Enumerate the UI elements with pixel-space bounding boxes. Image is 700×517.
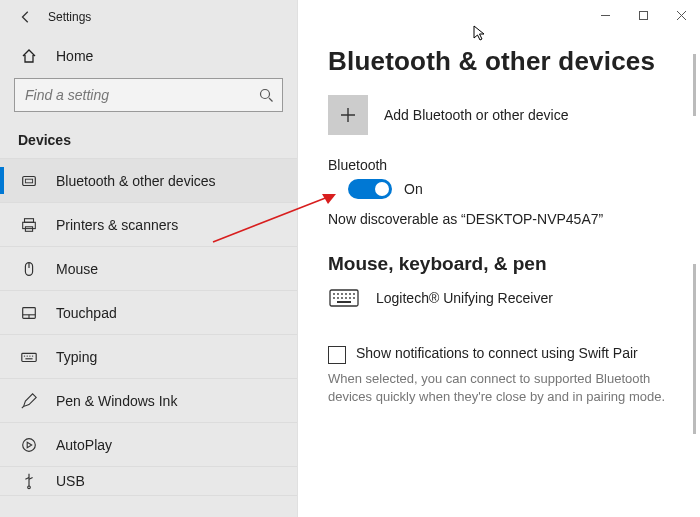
nav-list: Bluetooth & other devices Printers & sca… bbox=[0, 158, 297, 496]
sidebar-item-typing[interactable]: Typing bbox=[0, 334, 297, 378]
window-title: Settings bbox=[48, 10, 91, 24]
usb-icon bbox=[18, 472, 40, 490]
arrow-left-icon bbox=[19, 10, 33, 24]
close-button[interactable] bbox=[662, 0, 700, 30]
svg-point-26 bbox=[333, 297, 335, 299]
page-title: Bluetooth & other devices bbox=[328, 46, 670, 77]
svg-point-17 bbox=[23, 438, 36, 451]
sidebar-item-autoplay[interactable]: AutoPlay bbox=[0, 422, 297, 466]
home-link[interactable]: Home bbox=[0, 34, 297, 78]
svg-point-25 bbox=[353, 293, 355, 295]
sidebar-item-label: AutoPlay bbox=[56, 437, 112, 453]
typing-icon bbox=[18, 348, 40, 366]
minimize-button[interactable] bbox=[586, 0, 624, 30]
sidebar-item-label: Bluetooth & other devices bbox=[56, 173, 216, 189]
svg-rect-32 bbox=[337, 301, 351, 303]
svg-point-24 bbox=[349, 293, 351, 295]
svg-rect-11 bbox=[22, 353, 36, 361]
sidebar-item-bluetooth[interactable]: Bluetooth & other devices bbox=[0, 158, 297, 202]
sidebar-item-label: Mouse bbox=[56, 261, 98, 277]
svg-point-14 bbox=[29, 355, 30, 356]
settings-window: Settings Home Devices Bluetooth & ot bbox=[0, 0, 700, 517]
swift-pair-label: Show notifications to connect using Swif… bbox=[356, 345, 638, 361]
touchpad-icon bbox=[18, 304, 40, 322]
svg-rect-33 bbox=[639, 11, 647, 19]
swift-pair-description: When selected, you can connect to suppor… bbox=[328, 370, 670, 406]
plus-icon bbox=[339, 106, 357, 124]
svg-point-13 bbox=[26, 355, 27, 356]
device-item[interactable]: Logitech® Unifying Receiver bbox=[328, 287, 670, 309]
keyboard-icon bbox=[328, 287, 360, 309]
sidebar-item-pen[interactable]: Pen & Windows Ink bbox=[0, 378, 297, 422]
plus-box bbox=[328, 95, 368, 135]
scrollbar[interactable] bbox=[693, 264, 696, 434]
sidebar-item-mouse[interactable]: Mouse bbox=[0, 246, 297, 290]
content-pane: Bluetooth & other devices Add Bluetooth … bbox=[298, 0, 700, 517]
add-device-button[interactable]: Add Bluetooth or other device bbox=[328, 95, 670, 135]
svg-point-22 bbox=[341, 293, 343, 295]
titlebar-left: Settings bbox=[0, 0, 297, 34]
svg-point-20 bbox=[333, 293, 335, 295]
sidebar-item-printers[interactable]: Printers & scanners bbox=[0, 202, 297, 246]
sidebar-item-usb[interactable]: USB bbox=[0, 466, 297, 496]
svg-rect-4 bbox=[23, 222, 36, 228]
svg-point-0 bbox=[261, 90, 270, 99]
bluetooth-icon bbox=[18, 172, 40, 190]
mouse-icon bbox=[18, 260, 40, 278]
close-icon bbox=[676, 10, 687, 21]
sidebar-item-label: Typing bbox=[56, 349, 97, 365]
sidebar-item-label: Printers & scanners bbox=[56, 217, 178, 233]
minimize-icon bbox=[600, 10, 611, 21]
home-icon bbox=[18, 48, 40, 64]
search-input[interactable] bbox=[15, 87, 282, 103]
svg-point-23 bbox=[345, 293, 347, 295]
swift-pair-checkbox[interactable] bbox=[328, 346, 346, 364]
autoplay-icon bbox=[18, 436, 40, 454]
sidebar-item-label: Touchpad bbox=[56, 305, 117, 321]
svg-point-18 bbox=[28, 486, 31, 489]
discoverable-text: Now discoverable as “DESKTOP-NVP45A7” bbox=[328, 211, 670, 227]
sidebar: Settings Home Devices Bluetooth & ot bbox=[0, 0, 298, 517]
group-title: Mouse, keyboard, & pen bbox=[328, 253, 670, 275]
search-box[interactable] bbox=[14, 78, 283, 112]
swift-pair-row: Show notifications to connect using Swif… bbox=[328, 345, 670, 364]
svg-point-30 bbox=[349, 297, 351, 299]
device-name: Logitech® Unifying Receiver bbox=[376, 290, 553, 306]
scrollbar[interactable] bbox=[693, 54, 696, 116]
section-title: Devices bbox=[0, 118, 297, 158]
printer-icon bbox=[18, 216, 40, 234]
window-controls bbox=[586, 0, 700, 30]
maximize-icon bbox=[638, 10, 649, 21]
toggle-state: On bbox=[404, 181, 423, 197]
sidebar-item-label: USB bbox=[56, 473, 85, 489]
toggle-row: On bbox=[348, 179, 670, 199]
back-button[interactable] bbox=[12, 3, 40, 31]
search-wrap bbox=[0, 78, 297, 118]
sidebar-item-label: Pen & Windows Ink bbox=[56, 393, 177, 409]
svg-point-15 bbox=[32, 355, 33, 356]
svg-point-28 bbox=[341, 297, 343, 299]
bluetooth-label: Bluetooth bbox=[328, 157, 670, 173]
svg-rect-1 bbox=[23, 176, 36, 185]
add-device-label: Add Bluetooth or other device bbox=[384, 107, 568, 123]
svg-point-21 bbox=[337, 293, 339, 295]
search-icon bbox=[258, 87, 274, 103]
sidebar-item-touchpad[interactable]: Touchpad bbox=[0, 290, 297, 334]
svg-point-27 bbox=[337, 297, 339, 299]
svg-point-29 bbox=[345, 297, 347, 299]
home-label: Home bbox=[56, 48, 93, 64]
svg-point-31 bbox=[353, 297, 355, 299]
pen-icon bbox=[18, 392, 40, 410]
svg-point-12 bbox=[24, 355, 25, 356]
maximize-button[interactable] bbox=[624, 0, 662, 30]
bluetooth-toggle[interactable] bbox=[348, 179, 392, 199]
svg-rect-2 bbox=[25, 179, 32, 183]
